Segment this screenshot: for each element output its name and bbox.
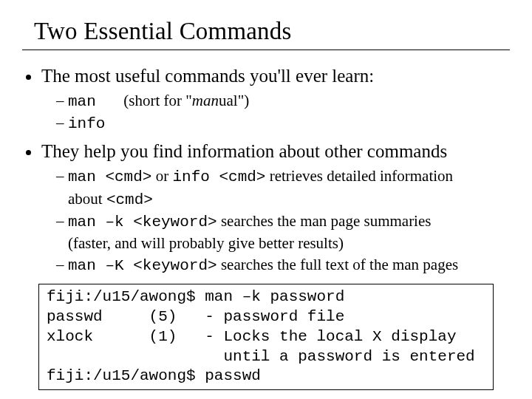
text-about: about bbox=[68, 190, 106, 208]
bullet-1: The most useful commands you'll ever lea… bbox=[41, 64, 510, 134]
man-explain: (short for "manual") bbox=[123, 92, 249, 109]
sub4-continuation: (faster, and will probably give better r… bbox=[68, 233, 510, 253]
sublist-2: man <cmd> or info <cmd> retrieves detail… bbox=[41, 166, 510, 276]
sub-item-man-cmd: man <cmd> or info <cmd> retrieves detail… bbox=[56, 166, 510, 211]
code-info-cmd: info <cmd> bbox=[172, 168, 265, 185]
man-exp-b: ual") bbox=[219, 92, 249, 109]
cmd-man: man bbox=[68, 92, 120, 112]
man-exp-em: man bbox=[192, 92, 219, 109]
sublist-1: man (short for "manual") info bbox=[41, 90, 510, 135]
bullet-2-text: They help you find information about oth… bbox=[41, 141, 447, 161]
text-searches-summaries: searches the man page summaries bbox=[217, 212, 432, 230]
code-man-cmd: man <cmd> bbox=[68, 168, 151, 185]
sub-item-man: man (short for "manual") bbox=[56, 90, 510, 112]
sub-item-man-k: man –k <keyword> searches the man page s… bbox=[56, 211, 510, 254]
sub-item-info: info bbox=[56, 112, 510, 134]
terminal-output: fiji:/u15/awong$ man –k password passwd … bbox=[38, 284, 494, 390]
code-man-k: man –k <keyword> bbox=[68, 214, 217, 231]
bullet-1-text: The most useful commands you'll ever lea… bbox=[41, 66, 374, 86]
main-bullet-list: The most useful commands you'll ever lea… bbox=[22, 64, 510, 276]
sub3-continuation: about <cmd> bbox=[68, 188, 510, 211]
text-retrieves: retrieves detailed information bbox=[265, 167, 453, 185]
title-underline bbox=[22, 50, 510, 50]
code-cmd-placeholder: <cmd> bbox=[106, 191, 153, 208]
bullet-2: They help you find information about oth… bbox=[41, 139, 510, 276]
slide-title: Two Essential Commands bbox=[34, 18, 510, 45]
code-man-big-k: man –K <keyword> bbox=[68, 257, 217, 274]
cmd-info: info bbox=[68, 114, 120, 134]
text-searches-fulltext: searches the full text of the man pages bbox=[217, 256, 459, 273]
text-or: or bbox=[151, 167, 172, 185]
sub-item-man-big-k: man –K <keyword> searches the full text … bbox=[56, 254, 510, 276]
man-exp-a: (short for " bbox=[123, 92, 192, 109]
